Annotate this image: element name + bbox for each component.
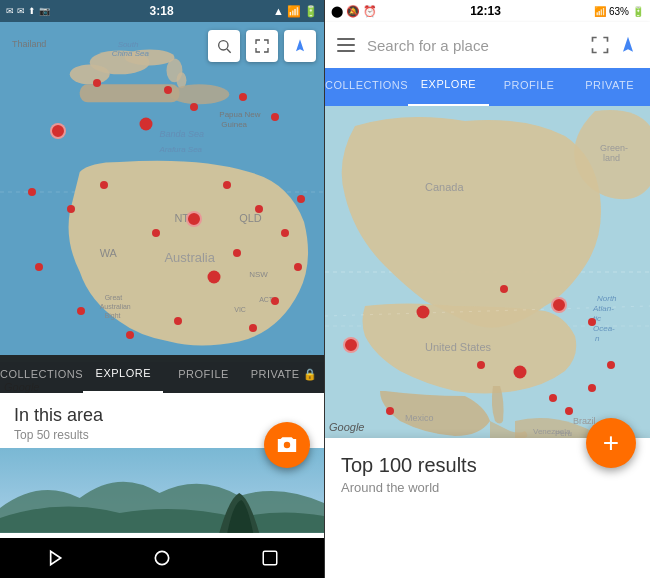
map-pin[interactable] (139, 118, 152, 131)
lock-icon: 🔒 (303, 368, 318, 381)
map-pin[interactable] (588, 384, 596, 392)
svg-marker-34 (623, 37, 633, 52)
map-pin[interactable] (255, 205, 263, 213)
map-pin[interactable] (100, 181, 108, 189)
fab-camera-left[interactable] (264, 422, 310, 468)
recents-icon (261, 549, 279, 567)
home-button[interactable] (142, 538, 182, 578)
map-pin[interactable] (297, 195, 305, 203)
map-pin[interactable] (271, 113, 279, 121)
map-pin[interactable] (223, 181, 231, 189)
svg-text:Peru: Peru (555, 429, 572, 438)
tab-private-left[interactable]: PRIVATE 🔒 (244, 355, 324, 393)
camera-icon (276, 434, 298, 456)
right-status-time: 12:13 (470, 4, 501, 18)
svg-marker-28 (296, 39, 304, 51)
tab-explore-right[interactable]: EXPLORE (408, 68, 489, 106)
back-button[interactable] (34, 538, 74, 578)
phone-left: ✉ ✉ ⬆ 📷 3:18 ▲ 📶 🔋 (0, 0, 325, 578)
signal-icon-right: 📶 (594, 6, 606, 17)
svg-text:n: n (595, 334, 600, 343)
navigation-icon (292, 38, 308, 54)
svg-text:China Sea: China Sea (112, 49, 150, 58)
map-pin[interactable] (190, 103, 198, 111)
panel-title-left: In this area (14, 405, 310, 426)
map-pin[interactable] (28, 188, 36, 196)
battery-icon-right: 🔋 (632, 6, 644, 17)
navigation-btn-left[interactable] (284, 30, 316, 62)
phone-right: ⬤ 🔕 ⏰ 12:13 📶 63% 🔋 Search for a place (325, 0, 650, 578)
fab-add-right[interactable]: + (586, 418, 636, 468)
map-pin[interactable] (239, 93, 247, 101)
map-pin[interactable] (271, 297, 279, 305)
map-pin[interactable] (281, 229, 289, 237)
search-placeholder-right[interactable]: Search for a place (367, 37, 578, 54)
expand-icon-right[interactable] (590, 35, 610, 55)
notif-icon-4: 📷 (39, 6, 50, 16)
svg-rect-33 (263, 551, 277, 565)
tab-profile-right[interactable]: PROFILE (489, 68, 570, 106)
tab-collections-left[interactable]: COLLECTIONS (0, 355, 83, 393)
map-pin[interactable] (249, 324, 257, 332)
map-pin[interactable] (126, 331, 134, 339)
alarm-icon: ⏰ (363, 5, 377, 18)
map-pin[interactable] (186, 211, 202, 227)
map-pin[interactable] (551, 297, 567, 313)
svg-text:Australian: Australian (100, 303, 131, 310)
notif-icon-2: ✉ (17, 6, 25, 16)
svg-text:Green-: Green- (600, 143, 628, 153)
svg-text:Mexico: Mexico (405, 413, 434, 423)
back-icon (44, 548, 64, 568)
svg-text:Ocea-: Ocea- (593, 324, 615, 333)
map-right[interactable]: Green- land Canada United States Mexico … (325, 106, 650, 438)
battery-pct: 63% (609, 6, 629, 17)
recents-button[interactable] (250, 538, 290, 578)
map-left[interactable]: Banda Sea Papua New Guinea Arafura Sea N… (0, 22, 324, 362)
map-pin[interactable] (294, 263, 302, 271)
svg-text:VIC: VIC (234, 306, 246, 313)
navigation-icon-right[interactable] (618, 35, 638, 55)
map-pin[interactable] (93, 79, 101, 87)
map-pin[interactable] (549, 394, 557, 402)
map-pin[interactable] (233, 249, 241, 257)
svg-text:North: North (597, 294, 617, 303)
svg-text:Guinea: Guinea (221, 120, 247, 129)
map-pin[interactable] (386, 407, 394, 415)
menu-icon-right[interactable] (337, 38, 355, 52)
bottom-panel-left: In this area Top 50 results (0, 393, 324, 538)
search-btn-left[interactable] (208, 30, 240, 62)
svg-text:WA: WA (100, 247, 118, 259)
map-pin[interactable] (152, 229, 160, 237)
map-pin[interactable] (416, 305, 429, 318)
tab-collections-right[interactable]: COLLECTIONS (325, 68, 408, 106)
panel-subtitle-right: Around the world (341, 480, 634, 495)
svg-line-27 (227, 49, 231, 53)
map-pin[interactable] (607, 361, 615, 369)
map-pin[interactable] (343, 337, 359, 353)
map-pin[interactable] (77, 307, 85, 315)
left-signal-icons: ▲ 📶 🔋 (273, 5, 318, 18)
mute-icon: 🔕 (346, 5, 360, 18)
tab-private-right[interactable]: PRIVATE (569, 68, 650, 106)
map-pin[interactable] (500, 285, 508, 293)
bottom-nav-left (0, 538, 324, 578)
expand-btn-left[interactable] (246, 30, 278, 62)
map-pin[interactable] (565, 407, 573, 415)
plus-icon: + (603, 429, 619, 457)
map-pin[interactable] (588, 318, 596, 326)
map-pin[interactable] (514, 365, 527, 378)
google-logo-right: Google (329, 421, 364, 433)
map-pin[interactable] (207, 271, 220, 284)
map-pin[interactable] (50, 123, 66, 139)
tab-profile-left[interactable]: PROFILE (163, 355, 243, 393)
map-pin[interactable] (477, 361, 485, 369)
svg-text:Banda Sea: Banda Sea (160, 129, 204, 139)
svg-point-26 (219, 41, 228, 50)
map-pin[interactable] (35, 263, 43, 271)
tab-explore-left[interactable]: EXPLORE (83, 355, 163, 393)
signal-icon: 📶 (287, 5, 301, 18)
map-pin[interactable] (164, 86, 172, 94)
map-pin[interactable] (67, 205, 75, 213)
left-status-time: 3:18 (150, 4, 174, 18)
map-pin[interactable] (174, 317, 182, 325)
